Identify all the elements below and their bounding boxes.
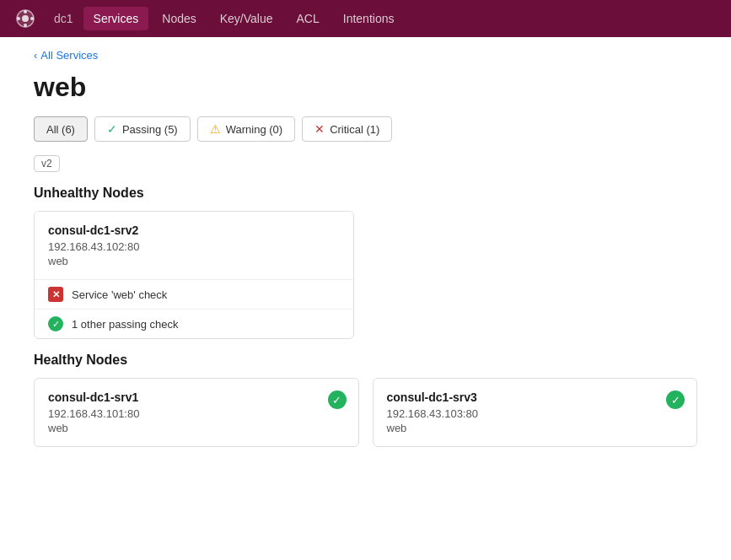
passing-icon: ✓ xyxy=(107,122,117,136)
healthy-node-name-2: consul-dc1-srv3 xyxy=(387,390,684,404)
svg-point-1 xyxy=(22,15,29,22)
filter-critical[interactable]: ✕ Critical (1) xyxy=(302,116,392,142)
filter-critical-label: Critical (1) xyxy=(330,123,379,136)
filter-passing[interactable]: ✓ Passing (5) xyxy=(94,116,191,142)
filter-bar: All (6) ✓ Passing (5) ⚠ Warning (0) ✕ Cr… xyxy=(0,116,731,155)
version-badge: v2 xyxy=(34,155,60,172)
warning-icon: ⚠ xyxy=(210,122,221,136)
nav-acl[interactable]: ACL xyxy=(287,7,330,30)
healthy-node-service-1: web xyxy=(48,422,345,434)
filter-all-label: All (6) xyxy=(46,123,75,136)
nav-nodes[interactable]: Nodes xyxy=(152,7,206,30)
pass-icon: ✓ xyxy=(48,316,63,331)
page-title: web xyxy=(0,62,731,116)
filter-all[interactable]: All (6) xyxy=(34,116,88,142)
fail-icon: ✕ xyxy=(48,287,63,302)
healthy-node-ip-1: 192.168.43.101:80 xyxy=(48,407,345,420)
node-service: web xyxy=(48,255,340,267)
nav-intentions[interactable]: Intentions xyxy=(333,7,405,30)
nav-services[interactable]: Services xyxy=(83,7,149,30)
breadcrumb-chevron: ‹ xyxy=(34,49,37,62)
critical-icon: ✕ xyxy=(314,122,325,136)
unhealthy-node-card: consul-dc1-srv2 192.168.43.102:80 web ✕ … xyxy=(34,211,354,339)
consul-logo xyxy=(13,7,37,30)
unhealthy-section-title: Unhealthy Nodes xyxy=(34,186,697,201)
svg-point-3 xyxy=(24,24,27,27)
filter-warning-label: Warning (0) xyxy=(226,123,282,136)
check-pass-row: ✓ 1 other passing check xyxy=(35,310,353,338)
main-content: v2 Unhealthy Nodes consul-dc1-srv2 192.1… xyxy=(0,155,731,447)
node-card-header: consul-dc1-srv2 192.168.43.102:80 web xyxy=(35,212,353,279)
healthy-section-title: Healthy Nodes xyxy=(34,353,697,368)
check-fail-label: Service 'web' check xyxy=(72,288,167,301)
svg-point-4 xyxy=(17,17,20,20)
top-nav: dc1 Services Nodes Key/Value ACL Intenti… xyxy=(0,0,731,37)
node-checks: ✕ Service 'web' check ✓ 1 other passing … xyxy=(35,279,353,338)
healthy-node-name-1: consul-dc1-srv1 xyxy=(48,390,345,404)
svg-point-5 xyxy=(30,17,34,20)
svg-point-2 xyxy=(24,10,27,13)
breadcrumb[interactable]: ‹ All Services xyxy=(0,37,731,62)
healthy-node-service-2: web xyxy=(387,422,684,434)
breadcrumb-label: All Services xyxy=(40,49,98,62)
healthy-check-icon-1: ✓ xyxy=(328,390,347,409)
healthy-nodes-grid: ✓ consul-dc1-srv1 192.168.43.101:80 web … xyxy=(34,378,697,447)
check-pass-label: 1 other passing check xyxy=(72,318,178,331)
nav-keyvalue[interactable]: Key/Value xyxy=(210,7,283,30)
check-fail-row: ✕ Service 'web' check xyxy=(35,280,353,310)
filter-warning[interactable]: ⚠ Warning (0) xyxy=(197,116,295,142)
datacenter-label: dc1 xyxy=(47,7,80,30)
healthy-node-ip-2: 192.168.43.103:80 xyxy=(387,407,684,420)
node-name: consul-dc1-srv2 xyxy=(48,223,340,237)
healthy-check-icon-2: ✓ xyxy=(666,390,685,409)
node-ip: 192.168.43.102:80 xyxy=(48,240,340,253)
healthy-node-card-1: ✓ consul-dc1-srv1 192.168.43.101:80 web xyxy=(34,378,359,447)
filter-passing-label: Passing (5) xyxy=(122,123,178,136)
healthy-node-card-2: ✓ consul-dc1-srv3 192.168.43.103:80 web xyxy=(373,378,698,447)
